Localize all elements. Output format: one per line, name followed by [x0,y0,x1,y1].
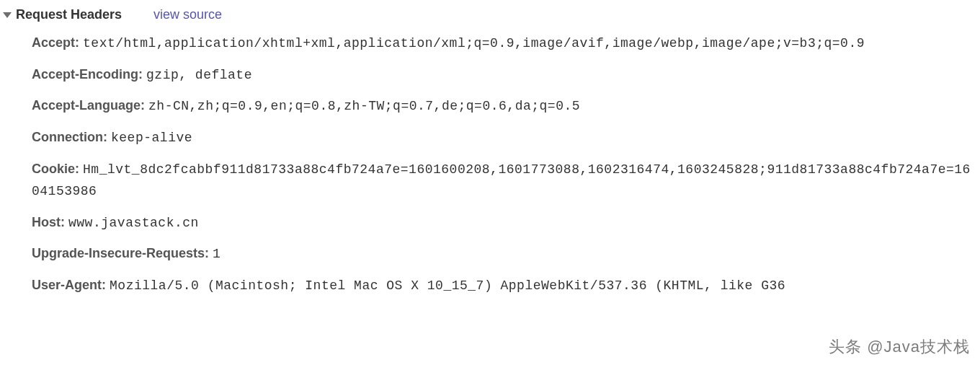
header-value: Hm_lvt_8dc2fcabbf911d81733a88c4fb724a7e=… [32,162,971,198]
header-row: Cookie: Hm_lvt_8dc2fcabbf911d81733a88c4f… [32,159,973,202]
header-row: Accept: text/html,application/xhtml+xml,… [32,32,973,54]
header-value: zh-CN,zh;q=0.9,en;q=0.8,zh-TW;q=0.7,de;q… [148,99,580,113]
header-value: Mozilla/5.0 (Macintosh; Intel Mac OS X 1… [110,278,785,293]
header-name: Host: [32,215,65,229]
header-row: Upgrade-Insecure-Requests: 1 [32,243,973,265]
header-row: User-Agent: Mozilla/5.0 (Macintosh; Inte… [32,275,973,296]
header-value: text/html,application/xhtml+xml,applicat… [83,36,865,50]
header-value: 1 [213,247,220,261]
header-value: gzip, deflate [146,68,252,82]
headers-list: Accept: text/html,application/xhtml+xml,… [0,30,980,296]
header-name: Accept-Language: [32,98,145,113]
view-source-link[interactable]: view source [153,4,222,25]
header-value: www.javastack.cn [68,216,199,230]
collapse-triangle-icon[interactable] [3,12,12,18]
header-value: keep-alive [111,131,192,145]
header-name: Upgrade-Insecure-Requests: [32,246,209,260]
watermark: 头条 @Java技术栈 [829,334,970,359]
header-name: Accept-Encoding: [32,67,143,82]
header-row: Host: www.javastack.cn [32,212,973,234]
header-name: Accept: [32,35,79,50]
header-name: User-Agent: [32,278,106,292]
header-name: Cookie: [32,162,79,176]
section-title: Request Headers [16,4,122,25]
header-name: Connection: [32,130,107,144]
header-row: Accept-Language: zh-CN,zh;q=0.9,en;q=0.8… [32,95,973,117]
header-row: Connection: keep-alive [32,127,973,149]
request-headers-section-header[interactable]: Request Headers view source [0,0,980,30]
header-row: Accept-Encoding: gzip, deflate [32,64,973,86]
